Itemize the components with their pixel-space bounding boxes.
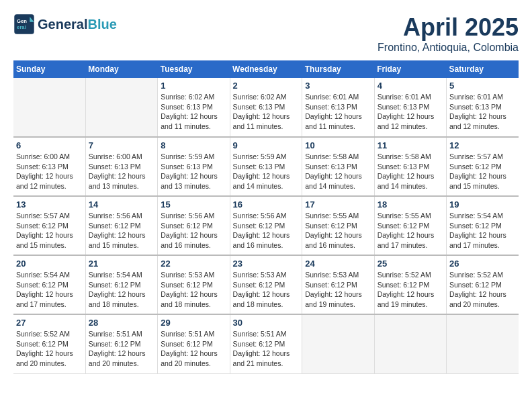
calendar-cell: 1Sunrise: 6:02 AM Sunset: 6:13 PM Daylig…: [158, 78, 230, 137]
calendar-cell: 29Sunrise: 5:51 AM Sunset: 6:12 PM Dayli…: [158, 314, 230, 373]
day-detail: Sunrise: 5:56 AM Sunset: 6:12 PM Dayligh…: [233, 211, 300, 250]
day-number: 8: [161, 140, 226, 150]
calendar-cell: 22Sunrise: 5:53 AM Sunset: 6:12 PM Dayli…: [158, 255, 230, 314]
day-detail: Sunrise: 5:51 AM Sunset: 6:12 PM Dayligh…: [161, 329, 226, 369]
day-number: 29: [161, 318, 226, 328]
day-detail: Sunrise: 5:56 AM Sunset: 6:12 PM Dayligh…: [89, 211, 154, 250]
day-detail: Sunrise: 5:54 AM Sunset: 6:12 PM Dayligh…: [89, 270, 154, 310]
day-detail: Sunrise: 5:59 AM Sunset: 6:13 PM Dayligh…: [233, 152, 300, 191]
day-number: 26: [449, 259, 516, 269]
day-detail: Sunrise: 5:53 AM Sunset: 6:12 PM Dayligh…: [233, 270, 300, 310]
day-detail: Sunrise: 6:00 AM Sunset: 6:13 PM Dayligh…: [89, 152, 154, 191]
calendar-cell: 28Sunrise: 5:51 AM Sunset: 6:12 PM Dayli…: [85, 314, 157, 373]
day-detail: Sunrise: 5:52 AM Sunset: 6:12 PM Dayligh…: [16, 329, 83, 369]
day-number: 12: [449, 140, 516, 150]
calendar-cell: 6Sunrise: 6:00 AM Sunset: 6:13 PM Daylig…: [13, 137, 85, 196]
calendar-cell: 18Sunrise: 5:55 AM Sunset: 6:12 PM Dayli…: [374, 196, 446, 255]
day-detail: Sunrise: 6:02 AM Sunset: 6:13 PM Dayligh…: [233, 92, 300, 132]
calendar-cell: 16Sunrise: 5:56 AM Sunset: 6:12 PM Dayli…: [230, 196, 302, 255]
day-number: 3: [305, 81, 371, 91]
calendar-cell: 13Sunrise: 5:57 AM Sunset: 6:12 PM Dayli…: [13, 196, 85, 255]
day-number: 25: [378, 259, 443, 269]
day-detail: Sunrise: 5:56 AM Sunset: 6:12 PM Dayligh…: [161, 211, 226, 250]
calendar-cell: 23Sunrise: 5:53 AM Sunset: 6:12 PM Dayli…: [230, 255, 302, 314]
title-area: April 2025 Frontino, Antioquia, Colombia: [378, 13, 519, 54]
calendar-cell: 17Sunrise: 5:55 AM Sunset: 6:12 PM Dayli…: [302, 196, 374, 255]
calendar-cell: 4Sunrise: 6:01 AM Sunset: 6:13 PM Daylig…: [374, 78, 446, 137]
calendar-cell: [374, 314, 446, 373]
day-detail: Sunrise: 5:57 AM Sunset: 6:12 PM Dayligh…: [16, 211, 83, 250]
calendar-cell: 19Sunrise: 5:54 AM Sunset: 6:12 PM Dayli…: [447, 196, 519, 255]
day-number: 9: [233, 140, 300, 150]
logo-text-general: General: [38, 17, 87, 32]
day-detail: Sunrise: 6:01 AM Sunset: 6:13 PM Dayligh…: [305, 92, 371, 132]
day-detail: Sunrise: 5:52 AM Sunset: 6:12 PM Dayligh…: [378, 270, 443, 310]
day-number: 5: [449, 81, 516, 91]
calendar-week-row: 27Sunrise: 5:52 AM Sunset: 6:12 PM Dayli…: [13, 314, 519, 373]
calendar-cell: 12Sunrise: 5:57 AM Sunset: 6:12 PM Dayli…: [447, 137, 519, 196]
day-number: 7: [89, 140, 154, 150]
calendar-cell: 9Sunrise: 5:59 AM Sunset: 6:13 PM Daylig…: [230, 137, 302, 196]
calendar-cell: 10Sunrise: 5:58 AM Sunset: 6:13 PM Dayli…: [302, 137, 374, 196]
day-number: 18: [378, 199, 443, 210]
day-number: 2: [233, 81, 300, 91]
day-number: 4: [378, 81, 443, 91]
day-detail: Sunrise: 5:53 AM Sunset: 6:12 PM Dayligh…: [305, 270, 371, 310]
day-number: 30: [233, 318, 300, 328]
calendar-cell: 11Sunrise: 5:58 AM Sunset: 6:13 PM Dayli…: [374, 137, 446, 196]
day-number: 17: [305, 199, 371, 210]
day-detail: Sunrise: 6:01 AM Sunset: 6:13 PM Dayligh…: [449, 92, 516, 132]
day-number: 28: [89, 318, 154, 328]
day-number: 6: [16, 140, 83, 150]
svg-text:Gen: Gen: [17, 18, 27, 24]
day-number: 22: [161, 259, 226, 269]
calendar-cell: [302, 314, 374, 373]
calendar-cell: 24Sunrise: 5:53 AM Sunset: 6:12 PM Dayli…: [302, 255, 374, 314]
col-friday: Friday: [374, 60, 446, 78]
subtitle: Frontino, Antioquia, Colombia: [378, 42, 519, 54]
calendar-cell: 26Sunrise: 5:52 AM Sunset: 6:12 PM Dayli…: [447, 255, 519, 314]
day-detail: Sunrise: 5:54 AM Sunset: 6:12 PM Dayligh…: [449, 211, 516, 250]
calendar-cell: [13, 78, 85, 137]
col-saturday: Saturday: [447, 60, 519, 78]
day-number: 21: [89, 259, 154, 269]
main-title: April 2025: [378, 13, 519, 42]
calendar-cell: 15Sunrise: 5:56 AM Sunset: 6:12 PM Dayli…: [158, 196, 230, 255]
page-header: Gen eral GeneralBlue April 2025 Frontino…: [13, 13, 519, 54]
calendar-week-row: 1Sunrise: 6:02 AM Sunset: 6:13 PM Daylig…: [13, 78, 519, 137]
calendar-cell: 21Sunrise: 5:54 AM Sunset: 6:12 PM Dayli…: [85, 255, 157, 314]
svg-text:eral: eral: [17, 24, 26, 30]
col-sunday: Sunday: [13, 60, 85, 78]
day-number: 1: [161, 81, 226, 91]
day-number: 13: [16, 199, 83, 210]
logo: Gen eral GeneralBlue: [13, 13, 117, 35]
col-monday: Monday: [85, 60, 157, 78]
calendar-cell: 20Sunrise: 5:54 AM Sunset: 6:12 PM Dayli…: [13, 255, 85, 314]
day-detail: Sunrise: 5:59 AM Sunset: 6:13 PM Dayligh…: [161, 152, 226, 191]
logo-icon: Gen eral: [13, 13, 35, 35]
calendar-cell: 5Sunrise: 6:01 AM Sunset: 6:13 PM Daylig…: [447, 78, 519, 137]
calendar-cell: 27Sunrise: 5:52 AM Sunset: 6:12 PM Dayli…: [13, 314, 85, 373]
day-number: 27: [16, 318, 83, 328]
col-wednesday: Wednesday: [230, 60, 302, 78]
calendar-cell: 14Sunrise: 5:56 AM Sunset: 6:12 PM Dayli…: [85, 196, 157, 255]
day-detail: Sunrise: 5:58 AM Sunset: 6:13 PM Dayligh…: [378, 152, 443, 191]
day-detail: Sunrise: 5:51 AM Sunset: 6:12 PM Dayligh…: [233, 329, 300, 369]
calendar-cell: 2Sunrise: 6:02 AM Sunset: 6:13 PM Daylig…: [230, 78, 302, 137]
day-number: 23: [233, 259, 300, 269]
calendar-cell: 25Sunrise: 5:52 AM Sunset: 6:12 PM Dayli…: [374, 255, 446, 314]
calendar-week-row: 20Sunrise: 5:54 AM Sunset: 6:12 PM Dayli…: [13, 255, 519, 314]
day-detail: Sunrise: 5:57 AM Sunset: 6:12 PM Dayligh…: [449, 152, 516, 191]
calendar-cell: 30Sunrise: 5:51 AM Sunset: 6:12 PM Dayli…: [230, 314, 302, 373]
day-number: 24: [305, 259, 371, 269]
day-detail: Sunrise: 6:00 AM Sunset: 6:13 PM Dayligh…: [16, 152, 83, 191]
calendar-cell: [85, 78, 157, 137]
calendar-cell: 3Sunrise: 6:01 AM Sunset: 6:13 PM Daylig…: [302, 78, 374, 137]
day-number: 10: [305, 140, 371, 150]
day-number: 19: [449, 199, 516, 210]
col-thursday: Thursday: [302, 60, 374, 78]
logo-text-blue: Blue: [87, 17, 116, 32]
day-detail: Sunrise: 5:58 AM Sunset: 6:13 PM Dayligh…: [305, 152, 371, 191]
day-number: 20: [16, 259, 83, 269]
calendar-cell: 7Sunrise: 6:00 AM Sunset: 6:13 PM Daylig…: [85, 137, 157, 196]
